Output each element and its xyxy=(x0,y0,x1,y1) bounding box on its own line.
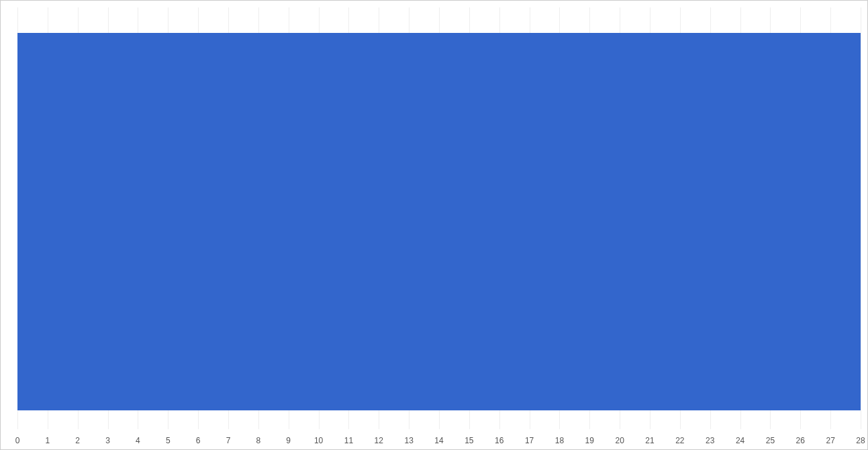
x-tick-label: 19 xyxy=(585,436,594,445)
x-tick-label: 5 xyxy=(166,436,171,445)
x-tick-label: 6 xyxy=(196,436,201,445)
plot-area xyxy=(17,7,861,429)
x-tick-label: 21 xyxy=(645,436,654,445)
x-tick-label: 9 xyxy=(286,436,291,445)
x-tick-label: 27 xyxy=(826,436,834,445)
chart-container: 0123456789101112131415161718192021222324… xyxy=(0,0,868,450)
x-tick-label: 3 xyxy=(105,436,110,445)
x-tick-label: 16 xyxy=(495,436,503,445)
grid-line xyxy=(861,7,861,429)
x-tick-label: 13 xyxy=(404,436,413,445)
bar xyxy=(17,33,861,410)
x-tick-label: 4 xyxy=(136,436,140,445)
x-tick-label: 2 xyxy=(75,436,80,445)
x-tick-label: 18 xyxy=(555,436,564,445)
x-tick-label: 7 xyxy=(226,436,231,445)
x-tick-label: 20 xyxy=(615,436,624,445)
x-tick-label: 8 xyxy=(256,436,261,445)
x-tick-label: 10 xyxy=(314,436,323,445)
x-tick-label: 26 xyxy=(796,436,805,445)
x-tick-label: 1 xyxy=(46,436,50,445)
x-tick-label: 22 xyxy=(675,436,684,445)
x-tick-label: 25 xyxy=(766,436,775,445)
x-tick-label: 24 xyxy=(736,436,744,445)
x-tick-label: 14 xyxy=(434,436,443,445)
x-tick-label: 11 xyxy=(344,436,353,445)
x-tick-label: 28 xyxy=(856,436,865,445)
x-tick-label: 23 xyxy=(706,436,714,445)
x-tick-label: 12 xyxy=(375,436,383,445)
x-tick-label: 17 xyxy=(525,436,534,445)
x-tick-label: 0 xyxy=(15,436,20,445)
x-axis: 0123456789101112131415161718192021222324… xyxy=(17,431,861,449)
x-tick-label: 15 xyxy=(465,436,473,445)
